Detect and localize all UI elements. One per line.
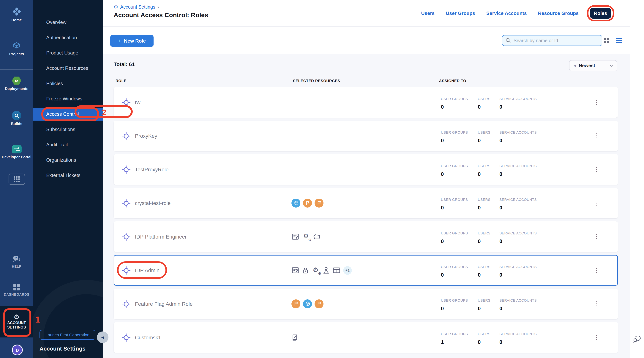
- user-groups-count: 0: [441, 205, 468, 211]
- sidenav-item-external-tickets[interactable]: External Tickets: [33, 168, 103, 183]
- search-box[interactable]: [502, 35, 602, 46]
- role-identity: Customsk1: [122, 322, 161, 353]
- rail-item-developer-portal[interactable]: Developer Portal: [0, 145, 33, 159]
- service-accounts-count: 0: [500, 272, 537, 278]
- role-identity: rw: [122, 87, 140, 118]
- sort-dropdown[interactable]: ↑↓ Newest: [569, 60, 617, 71]
- role-row-feature-flag-admin-role[interactable]: Feature Flag Admin RoleUSER GROUPS0USERS…: [114, 289, 618, 319]
- users-count: 0: [478, 272, 490, 278]
- service-accounts-count: 0: [500, 171, 537, 177]
- users-count: 0: [478, 171, 490, 177]
- page-header: ⚙ Account Settings › Account Access Cont…: [103, 0, 630, 27]
- settings-resource-icon: ⚙⚙: [302, 233, 310, 241]
- assigned-user-groups: USER GROUPS0: [441, 97, 468, 110]
- role-row-idp-platform-engineer[interactable]: IDP Platform Engineer⚙⚙USER GROUPS0USERS…: [114, 221, 618, 252]
- user-groups-label: USER GROUPS: [441, 97, 468, 101]
- role-identity: Feature Flag Admin Role: [122, 289, 193, 319]
- grid-view-toggle[interactable]: [604, 38, 609, 43]
- users-label: USERS: [478, 164, 490, 168]
- role-menu-button[interactable]: ⋮: [592, 99, 602, 105]
- sidenav-item-authentication[interactable]: Authentication: [33, 30, 103, 45]
- chat-support-icon[interactable]: [632, 334, 642, 343]
- role-row-idp-admin[interactable]: IDP Admin⚙⚙+1USER GROUPS0USERS0SERVICE A…: [114, 255, 618, 286]
- tab-users[interactable]: Users: [421, 11, 434, 16]
- role-name: Customsk1: [135, 334, 161, 340]
- rail-item-builds[interactable]: Builds: [0, 111, 33, 126]
- role-menu-button[interactable]: ⋮: [592, 301, 602, 307]
- user-groups-label: USER GROUPS: [441, 265, 468, 269]
- tab-service-accounts[interactable]: Service Accounts: [486, 11, 527, 16]
- breadcrumb-link[interactable]: Account Settings: [120, 4, 155, 10]
- sidenav-item-freeze-windows[interactable]: Freeze Windows: [33, 91, 103, 106]
- rail-label: Home: [11, 18, 22, 22]
- role-menu-button[interactable]: ⋮: [592, 166, 602, 172]
- total-count: Total: 61: [114, 61, 135, 67]
- sidenav-item-label: Product Usage: [46, 50, 78, 56]
- new-role-button[interactable]: + New Role: [110, 35, 154, 47]
- list-view-toggle[interactable]: [616, 38, 622, 43]
- search-icon: [505, 38, 511, 43]
- sidenav-item-overview[interactable]: Overview: [33, 15, 103, 30]
- user-groups-label: USER GROUPS: [441, 298, 468, 302]
- right-utility-bar: [630, 0, 644, 358]
- role-row-customsk1[interactable]: Customsk1USER GROUPS1USERS0SERVICE ACCOU…: [114, 322, 618, 353]
- sidenav-item-access-control[interactable]: Access Control: [33, 108, 103, 120]
- rail-item-help[interactable]: ? HELP: [0, 255, 33, 269]
- tab-user-groups[interactable]: User Groups: [446, 11, 475, 16]
- module-rail: Home Projects ∞ Deployments Builds: [0, 0, 33, 358]
- service-accounts-label: SERVICE ACCOUNTS: [500, 298, 537, 302]
- assigned-service-accounts: SERVICE ACCOUNTS0: [500, 198, 537, 211]
- assigned-users: USERS0: [478, 97, 490, 110]
- launch-first-generation-button[interactable]: Launch First Generation: [40, 330, 96, 340]
- users-count: 0: [478, 305, 490, 311]
- tab-roles[interactable]: Roles: [590, 8, 611, 19]
- developer-portal-icon: [12, 145, 22, 153]
- role-menu-button[interactable]: ⋮: [592, 133, 602, 139]
- more-resources-badge: +1: [343, 266, 352, 275]
- license-resource-icon: [292, 266, 299, 274]
- sidenav-item-subscriptions[interactable]: Subscriptions: [33, 122, 103, 137]
- role-menu-button[interactable]: ⋮: [592, 334, 602, 340]
- assigned-user-groups: USER GROUPS0: [441, 265, 468, 278]
- users-label: USERS: [478, 198, 490, 202]
- sidenav-item-product-usage[interactable]: Product Usage: [33, 45, 103, 61]
- role-name: IDP Admin: [135, 267, 160, 273]
- tab-resource-groups[interactable]: Resource Groups: [538, 11, 578, 16]
- role-menu-button[interactable]: ⋮: [592, 200, 602, 206]
- assigned-users: USERS0: [478, 164, 490, 177]
- breadcrumb[interactable]: ⚙ Account Settings ›: [114, 4, 159, 10]
- role-row-rw[interactable]: rwUSER GROUPS0USERS0SERVICE ACCOUNTS0⋮: [114, 87, 618, 118]
- rail-item-account-settings[interactable]: ⚙ ACCOUNT SETTINGS: [0, 306, 33, 337]
- rail-item-module-picker[interactable]: [0, 173, 33, 185]
- rail-item-deployments[interactable]: ∞ Deployments: [0, 76, 33, 91]
- rail-item-dashboards[interactable]: DASHBOARDS: [0, 284, 33, 297]
- role-identity: crystal-test-role: [122, 188, 170, 218]
- user-avatar[interactable]: D: [12, 344, 23, 355]
- role-row-crystal-test-role[interactable]: crystal-test-roleUSER GROUPS0USERS0SERVI…: [114, 188, 618, 218]
- role-identity: IDP Platform Engineer: [122, 221, 187, 252]
- rail-item-projects[interactable]: Projects: [0, 41, 33, 56]
- assigned-users: USERS0: [478, 231, 490, 244]
- sidenav-item-audit-trail[interactable]: Audit Trail: [33, 137, 103, 152]
- role-target-icon: [122, 333, 130, 342]
- sidenav-item-account-resources[interactable]: Account Resources: [33, 61, 103, 76]
- search-input[interactable]: [513, 38, 599, 44]
- sidenav-item-organizations[interactable]: Organizations: [33, 152, 103, 168]
- assigned-users: USERS0: [478, 332, 490, 345]
- service-accounts-label: SERVICE ACCOUNTS: [500, 97, 537, 101]
- sidenav-collapse-handle[interactable]: ◀: [97, 331, 108, 343]
- assigned-user-groups: USER GROUPS0: [441, 298, 468, 311]
- environment-resource-icon: [313, 233, 320, 240]
- role-row-proxykey[interactable]: ProxyKeyUSER GROUPS0USERS0SERVICE ACCOUN…: [114, 121, 618, 151]
- role-menu-button[interactable]: ⋮: [592, 234, 602, 240]
- assigned-service-accounts: SERVICE ACCOUNTS0: [500, 332, 537, 345]
- rail-label: Developer Portal: [2, 155, 32, 159]
- rail-item-home[interactable]: Home: [0, 7, 33, 22]
- role-row-testproxyrole[interactable]: TestProxyRoleUSER GROUPS0USERS0SERVICE A…: [114, 154, 618, 185]
- role-menu-button[interactable]: ⋮: [592, 267, 602, 273]
- sidenav-item-policies[interactable]: Policies: [33, 76, 103, 91]
- assigned-users: USERS0: [478, 130, 490, 143]
- user-groups-count: 0: [441, 104, 468, 110]
- assigned-users: USERS0: [478, 198, 490, 211]
- user-groups-label: USER GROUPS: [441, 332, 468, 336]
